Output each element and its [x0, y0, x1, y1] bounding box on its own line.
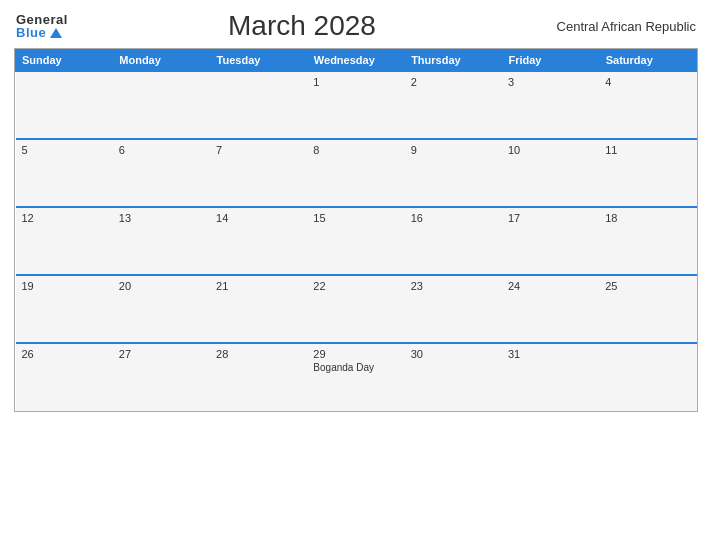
day-number: 7	[216, 144, 301, 156]
calendar-cell: 10	[502, 139, 599, 207]
calendar-week-2: 567891011	[16, 139, 697, 207]
calendar-cell: 2	[405, 71, 502, 139]
logo-blue-text: Blue	[16, 26, 68, 39]
calendar-cell: 29Boganda Day	[307, 343, 404, 411]
calendar-container: Sunday Monday Tuesday Wednesday Thursday…	[14, 48, 698, 412]
day-number: 22	[313, 280, 398, 292]
calendar-cell: 12	[16, 207, 113, 275]
calendar-cell: 20	[113, 275, 210, 343]
day-number: 16	[411, 212, 496, 224]
calendar-cell: 25	[599, 275, 696, 343]
calendar-cell: 17	[502, 207, 599, 275]
day-number: 10	[508, 144, 593, 156]
day-number: 31	[508, 348, 593, 360]
day-number: 15	[313, 212, 398, 224]
day-number: 29	[313, 348, 398, 360]
calendar-title: March 2028	[68, 10, 536, 42]
calendar-cell: 24	[502, 275, 599, 343]
day-number: 13	[119, 212, 204, 224]
col-sunday: Sunday	[16, 50, 113, 72]
calendar-cell: 18	[599, 207, 696, 275]
calendar-cell	[113, 71, 210, 139]
day-number: 17	[508, 212, 593, 224]
calendar-cell: 31	[502, 343, 599, 411]
calendar-cell: 4	[599, 71, 696, 139]
day-number: 21	[216, 280, 301, 292]
calendar-cell: 26	[16, 343, 113, 411]
header: General Blue March 2028 Central African …	[14, 10, 698, 42]
calendar-cell	[599, 343, 696, 411]
day-number: 1	[313, 76, 398, 88]
day-number: 26	[22, 348, 107, 360]
country-name: Central African Republic	[536, 19, 696, 34]
logo: General Blue	[16, 13, 68, 39]
day-number: 3	[508, 76, 593, 88]
calendar-cell: 30	[405, 343, 502, 411]
day-number: 30	[411, 348, 496, 360]
day-number: 14	[216, 212, 301, 224]
calendar-cell: 13	[113, 207, 210, 275]
day-number: 18	[605, 212, 690, 224]
calendar-cell	[16, 71, 113, 139]
calendar-cell: 22	[307, 275, 404, 343]
day-number: 27	[119, 348, 204, 360]
weekday-row: Sunday Monday Tuesday Wednesday Thursday…	[16, 50, 697, 72]
calendar-cell: 8	[307, 139, 404, 207]
day-number: 9	[411, 144, 496, 156]
calendar-table: Sunday Monday Tuesday Wednesday Thursday…	[15, 49, 697, 411]
calendar-cell: 3	[502, 71, 599, 139]
calendar-cell: 21	[210, 275, 307, 343]
col-monday: Monday	[113, 50, 210, 72]
calendar-cell: 15	[307, 207, 404, 275]
calendar-cell: 9	[405, 139, 502, 207]
logo-triangle-icon	[50, 28, 62, 38]
calendar-cell: 14	[210, 207, 307, 275]
day-event: Boganda Day	[313, 362, 398, 373]
calendar-cell: 5	[16, 139, 113, 207]
calendar-body: 1234567891011121314151617181920212223242…	[16, 71, 697, 411]
calendar-cell: 28	[210, 343, 307, 411]
calendar-cell: 1	[307, 71, 404, 139]
calendar-cell: 23	[405, 275, 502, 343]
day-number: 28	[216, 348, 301, 360]
day-number: 12	[22, 212, 107, 224]
day-number: 4	[605, 76, 690, 88]
calendar-cell: 19	[16, 275, 113, 343]
day-number: 25	[605, 280, 690, 292]
calendar-header: Sunday Monday Tuesday Wednesday Thursday…	[16, 50, 697, 72]
col-saturday: Saturday	[599, 50, 696, 72]
day-number: 5	[22, 144, 107, 156]
calendar-cell: 6	[113, 139, 210, 207]
calendar-week-4: 19202122232425	[16, 275, 697, 343]
page: General Blue March 2028 Central African …	[0, 0, 712, 550]
calendar-cell	[210, 71, 307, 139]
calendar-week-1: 1234	[16, 71, 697, 139]
col-wednesday: Wednesday	[307, 50, 404, 72]
calendar-week-5: 26272829Boganda Day3031	[16, 343, 697, 411]
calendar-cell: 27	[113, 343, 210, 411]
calendar-cell: 11	[599, 139, 696, 207]
day-number: 2	[411, 76, 496, 88]
col-thursday: Thursday	[405, 50, 502, 72]
calendar-week-3: 12131415161718	[16, 207, 697, 275]
calendar-cell: 7	[210, 139, 307, 207]
day-number: 11	[605, 144, 690, 156]
day-number: 20	[119, 280, 204, 292]
calendar-cell: 16	[405, 207, 502, 275]
col-tuesday: Tuesday	[210, 50, 307, 72]
day-number: 8	[313, 144, 398, 156]
day-number: 6	[119, 144, 204, 156]
col-friday: Friday	[502, 50, 599, 72]
day-number: 24	[508, 280, 593, 292]
day-number: 23	[411, 280, 496, 292]
day-number: 19	[22, 280, 107, 292]
